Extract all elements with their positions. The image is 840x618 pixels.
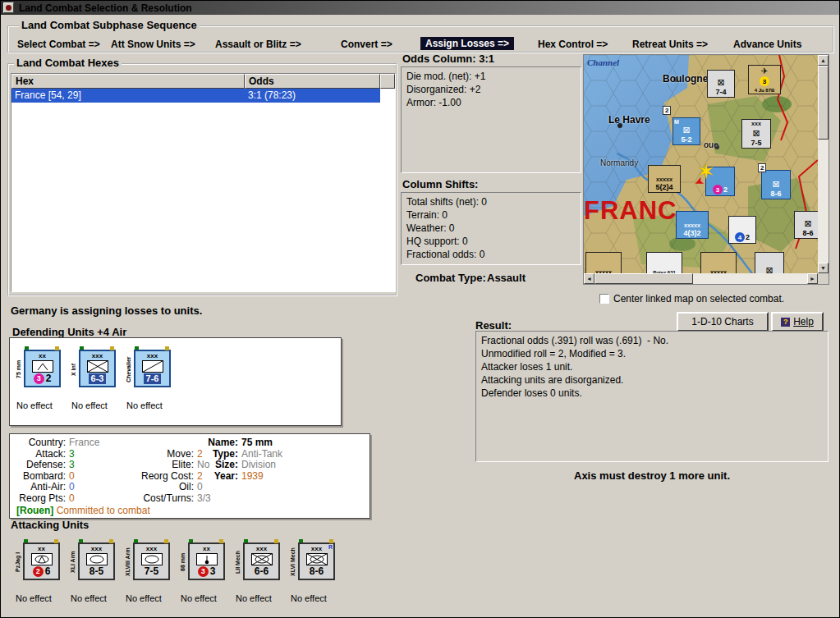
step-convert[interactable]: Convert => [341, 39, 392, 50]
counter-size: XXX [751, 121, 761, 127]
scroll-right-button[interactable] [807, 273, 818, 284]
charts-button[interactable]: 1-D-10 Charts [677, 312, 769, 332]
scroll-up-button[interactable] [818, 55, 829, 66]
unit-effect: No effect [126, 401, 163, 410]
scrollbar-corner [818, 273, 829, 284]
center-map-checkbox-label[interactable]: Center linked map on selected combat. [613, 293, 784, 304]
mech-symbol-icon [772, 178, 779, 190]
map-counter[interactable]: XXX 7-5 [741, 119, 771, 149]
unit-committed-text: Committed to combat [57, 505, 150, 516]
combat-type-label: Combat Type: [415, 272, 486, 284]
step-att-snow-units[interactable]: Att Snow Units => [111, 39, 195, 50]
info-value-move: 2 [197, 449, 203, 460]
map-counter-hq[interactable]: XXXXX [585, 252, 622, 273]
result-footer: Axis must destroy 1 more unit. [475, 469, 829, 482]
loss-marker: 2 [33, 566, 44, 577]
unit-effect: No effect [16, 401, 53, 410]
unit-size: xx [38, 545, 45, 552]
window-system-icon[interactable] [3, 2, 14, 13]
center-map-checkbox[interactable] [599, 294, 609, 304]
scroll-down-button[interactable] [818, 263, 829, 273]
info-value-defense: 3 [69, 460, 75, 471]
step-retreat-units[interactable]: Retreat Units => [632, 39, 708, 50]
step-select-combat[interactable]: Select Combat => [17, 39, 100, 50]
info-label: Attack: [15, 449, 69, 460]
map-horizontal-scrollbar[interactable] [584, 273, 818, 284]
status-line: Germany is assigning losses to units. [11, 304, 202, 317]
map-counter[interactable]: 8-6 [761, 170, 791, 199]
combat-hexes-title: Land Combat Hexes [14, 57, 122, 69]
map-label-rouen-fragment: oue [704, 140, 718, 149]
map-counter[interactable]: 7-4 [707, 70, 735, 98]
column-header-odds[interactable]: Odds [245, 74, 380, 89]
step-advance-units[interactable]: Advance Units [733, 39, 801, 50]
cavalry-symbol-icon [142, 360, 163, 373]
unit-counter: xx 3 2 [24, 350, 61, 387]
map-view[interactable]: Channel Boulogne Le Havre Normandy oue F… [584, 55, 818, 273]
anti-aircraft-symbol-icon [196, 553, 218, 565]
unit-counter: xxx 6-6 [243, 542, 280, 580]
horizontal-scroll-thumb[interactable] [594, 273, 693, 284]
vertical-scroll-thumb[interactable] [818, 66, 829, 140]
result-line: Defender loses 0 units. [476, 387, 828, 400]
counter-value: 7-4 [715, 88, 726, 97]
titlebar[interactable]: Land Combat Selection & Resolution [1, 1, 839, 15]
map-label-normandy: Normandy [600, 158, 638, 167]
window-title: Land Combat Selection & Resolution [19, 2, 192, 14]
infantry-symbol-icon [765, 264, 773, 273]
column-header-hex[interactable]: Hex [11, 74, 245, 89]
counter-value: 5-2 [681, 135, 691, 144]
unit-counter: xx 3 3 [188, 542, 225, 580]
subphase-title: Land Combat Subphase Sequence [19, 19, 200, 31]
loss-marker: 4 [735, 232, 745, 242]
map-panel: Channel Boulogne Le Havre Normandy oue F… [583, 54, 829, 285]
defending-unit[interactable]: 75 mm xx 3 2 No effect [16, 345, 62, 410]
map-counter[interactable] [755, 252, 784, 273]
counter-value: 8-6 [802, 229, 813, 238]
combat-hex-row-selected[interactable]: France [54, 29] 3:1 (78:23) [11, 89, 395, 103]
attacking-unit[interactable]: PzJag I xx 2 6 No effect [16, 538, 62, 603]
map-counter-air[interactable]: 3 4 Ju 87B [748, 65, 781, 94]
info-label: Reorg Cost: [131, 471, 197, 483]
mech-symbol-icon [682, 124, 690, 135]
odds-line: Die mod. (net): +1 [402, 70, 581, 83]
unit-effect: No effect [181, 593, 217, 603]
unit-name: XLVI Mech [290, 542, 298, 582]
map-counter[interactable]: 8-6 [794, 211, 818, 239]
info-label: Year: [205, 471, 241, 483]
map-vertical-scrollbar[interactable] [818, 55, 829, 273]
attacking-unit[interactable]: XLVIII Arm xxx 7-5 No effect [126, 538, 172, 603]
defending-unit[interactable]: X Inf xxx 6-3 No effect [71, 345, 117, 410]
column-shifts-panel: Total shifts (net): 0 Terrain: 0 Weather… [401, 192, 581, 265]
unit-counter: xxx 7-6 [134, 350, 171, 387]
unit-name: PzJag I [15, 542, 23, 582]
map-counter-hq[interactable]: XXXXX 5(2)4 [648, 165, 681, 193]
info-label: Cost/Turns: [131, 493, 197, 505]
info-label: Oil: [131, 482, 197, 493]
stack-badge: 2 [663, 106, 671, 115]
step-hex-control[interactable]: Hex Control => [538, 39, 608, 50]
step-assign-losses[interactable]: Assign Losses => [420, 37, 514, 50]
map-label-channel: Channel [587, 57, 619, 67]
map-counter[interactable]: M 5-2 [672, 117, 700, 145]
info-label: Size: [205, 460, 241, 471]
unit-name: XLI Arm [70, 542, 78, 582]
column-shifts-title: Column Shifts: [402, 178, 478, 190]
help-button[interactable]: ? Help [771, 312, 824, 332]
unit-strength: 3 [210, 566, 216, 577]
map-counter[interactable]: 4 2 [728, 216, 756, 244]
step-assault-or-blitz[interactable]: Assault or Blitz => [215, 39, 301, 50]
scroll-left-button[interactable] [584, 273, 594, 284]
attacking-unit[interactable]: 88 mm xx 3 3 No effect [181, 538, 227, 603]
map-counter-air[interactable]: Potez 631 [646, 252, 682, 273]
map-counter-combat-hex[interactable]: ✶ ➤ 3 2 [705, 167, 735, 196]
attacking-unit[interactable]: XLI Arm xxx 8-5 No effect [71, 538, 117, 603]
unit-size: xxx [146, 545, 157, 552]
unit-strength: 8-5 [90, 566, 103, 577]
defending-unit[interactable]: Chevalier xxx 7-6 No effect [126, 345, 172, 410]
attacking-unit[interactable]: XLVI Mech R xxx 8-6 No effect [291, 538, 337, 603]
map-counter-hq[interactable]: XXXXX [700, 252, 737, 273]
map-counter-hq[interactable]: XXXXX 4(3)2 [676, 211, 709, 239]
info-value-reorg-pts: 0 [69, 493, 75, 505]
attacking-unit[interactable]: LII Mech xxx 6-6 No effect [236, 538, 282, 603]
